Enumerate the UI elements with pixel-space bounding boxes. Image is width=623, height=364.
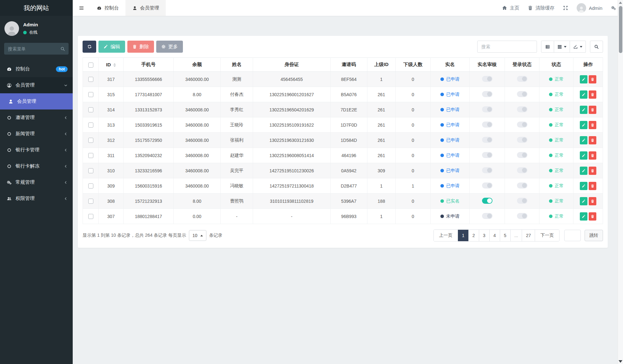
home-link[interactable]: 主页	[502, 5, 519, 11]
cell-phone: 15600315916	[124, 178, 174, 194]
table-search-input[interactable]	[477, 41, 537, 53]
delete-row-button[interactable]	[589, 167, 596, 175]
row-checkbox[interactable]	[88, 77, 93, 82]
row-checkbox[interactable]	[88, 214, 93, 219]
real-name-audit-toggle[interactable]	[482, 198, 492, 204]
delete-row-button[interactable]	[589, 197, 596, 205]
jump-button[interactable]: 跳转	[585, 230, 603, 241]
sidebar-toggle-button[interactable]	[73, 0, 90, 16]
login-status-toggle[interactable]	[517, 167, 527, 173]
more-button[interactable]: 更多	[156, 41, 183, 53]
real-name-audit-toggle[interactable]	[482, 122, 492, 128]
tab-console[interactable]: 控制台	[90, 0, 125, 16]
delete-row-button[interactable]	[589, 75, 596, 83]
edit-row-button[interactable]	[580, 90, 587, 99]
delete-row-button[interactable]	[589, 136, 596, 144]
login-status-toggle[interactable]	[517, 106, 527, 112]
edit-button[interactable]: 编辑	[98, 41, 125, 53]
login-status-toggle[interactable]	[517, 122, 527, 128]
tab-members[interactable]: 会员管理	[125, 0, 166, 16]
sidebar-item-general[interactable]: 常规管理	[0, 174, 73, 190]
page-button-5[interactable]: 5	[500, 230, 510, 241]
trash-icon	[528, 5, 533, 10]
sidebar-item-invites[interactable]: 邀请管理	[0, 109, 73, 126]
login-status-toggle[interactable]	[517, 182, 527, 189]
fullscreen-button[interactable]	[563, 5, 568, 10]
user-menu[interactable]: Admin	[577, 3, 602, 13]
edit-row-button[interactable]	[580, 212, 587, 221]
row-checkbox[interactable]	[88, 168, 93, 173]
sidebar-item-bank-unfreeze[interactable]: 银行卡解冻	[0, 158, 73, 174]
delete-row-button[interactable]	[589, 121, 596, 129]
next-page-button[interactable]: 下一页	[535, 230, 559, 241]
jump-page-input[interactable]	[564, 230, 581, 241]
column-header[interactable]: ID	[99, 58, 124, 72]
delete-button[interactable]: 删除	[127, 41, 154, 53]
row-checkbox[interactable]	[88, 122, 93, 128]
real-name-audit-toggle[interactable]	[482, 106, 492, 112]
sidebar-item-console[interactable]: 控制台hot	[0, 61, 73, 77]
row-checkbox[interactable]	[88, 107, 93, 112]
sidebar-item-news[interactable]: 新闻管理	[0, 126, 73, 142]
delete-row-button[interactable]	[589, 151, 596, 160]
login-status-toggle[interactable]	[517, 152, 527, 158]
sidebar-item-members[interactable]: 会员管理	[0, 93, 73, 109]
detail-view-button[interactable]	[541, 41, 554, 53]
page-button-27[interactable]: 27	[522, 230, 535, 241]
edit-row-button[interactable]	[580, 75, 587, 83]
scroll-up-icon[interactable]	[619, 2, 622, 4]
real-name-audit-toggle[interactable]	[482, 152, 492, 158]
edit-row-button[interactable]	[580, 151, 587, 160]
columns-button[interactable]	[554, 41, 570, 53]
delete-row-button[interactable]	[589, 106, 596, 114]
real-name-audit-toggle[interactable]	[482, 213, 492, 219]
delete-row-button[interactable]	[589, 212, 596, 221]
row-checkbox[interactable]	[88, 199, 93, 204]
prev-page-button[interactable]: 上一页	[434, 230, 458, 241]
delete-row-button[interactable]	[589, 90, 596, 99]
sidebar-item-bank-cards[interactable]: 银行卡管理	[0, 142, 73, 158]
cell-id-card: 130225196303121630	[253, 133, 331, 148]
menu-search-input[interactable]	[4, 43, 69, 55]
page-button-2[interactable]: 2	[468, 230, 479, 241]
real-name-audit-toggle[interactable]	[482, 137, 492, 143]
refresh-button[interactable]	[83, 41, 96, 53]
caret-down-icon	[580, 46, 582, 48]
page-button-1[interactable]: 1	[458, 230, 468, 241]
page-button-3[interactable]: 3	[479, 230, 489, 241]
column-header: 邀请码	[331, 58, 367, 72]
export-button[interactable]	[570, 41, 586, 53]
sidebar-item-permissions[interactable]: 权限管理	[0, 190, 73, 207]
vertical-scrollbar[interactable]	[618, 0, 623, 364]
select-all-checkbox[interactable]	[88, 63, 93, 68]
page-size-select[interactable]: 10	[189, 230, 206, 241]
edit-row-button[interactable]	[580, 182, 587, 190]
real-name-audit-toggle[interactable]	[482, 76, 492, 82]
row-checkbox[interactable]	[88, 138, 93, 143]
real-name-audit-toggle[interactable]	[482, 182, 492, 189]
search-submit-button[interactable]	[590, 41, 603, 53]
row-checkbox[interactable]	[88, 92, 93, 97]
login-status-toggle[interactable]	[517, 76, 527, 82]
login-status-toggle[interactable]	[517, 198, 527, 204]
edit-row-button[interactable]	[580, 167, 587, 175]
login-status-toggle[interactable]	[517, 213, 527, 219]
real-name-audit-toggle[interactable]	[482, 91, 492, 97]
edit-row-button[interactable]	[580, 136, 587, 144]
real-name-audit-toggle[interactable]	[482, 167, 492, 173]
page-button-4[interactable]: 4	[489, 230, 500, 241]
edit-row-button[interactable]	[580, 121, 587, 129]
delete-row-button[interactable]	[589, 182, 596, 190]
row-checkbox[interactable]	[88, 153, 93, 158]
edit-row-button[interactable]	[580, 106, 587, 114]
login-status-toggle[interactable]	[517, 137, 527, 143]
settings-button[interactable]	[611, 5, 616, 10]
clear-cache-link[interactable]: 清除缓存	[528, 5, 554, 11]
row-checkbox[interactable]	[88, 183, 93, 189]
login-status-toggle[interactable]	[517, 91, 527, 97]
top-navbar: 控制台会员管理 主页 清除缓存 Admin	[73, 0, 623, 16]
sidebar-item-members-group[interactable]: 会员管理	[0, 77, 73, 93]
scrollbar-thumb[interactable]	[619, 6, 622, 53]
scroll-down-icon[interactable]	[619, 360, 622, 363]
edit-row-button[interactable]	[580, 197, 587, 205]
